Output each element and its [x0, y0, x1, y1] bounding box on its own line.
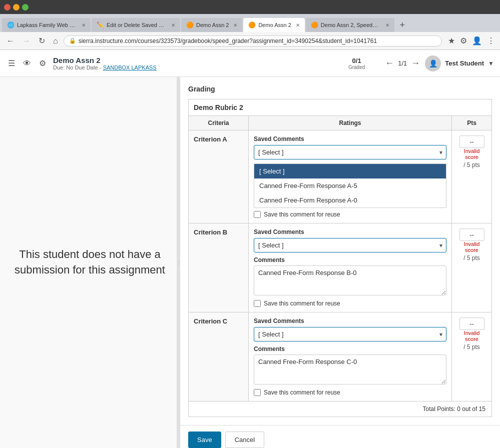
col-ratings: Ratings [249, 116, 452, 130]
invalid-score-A: Invalid score [457, 148, 486, 160]
pts-input-A[interactable] [459, 136, 484, 148]
app-subtitle: Due: No Due Date - SANDBOX LAPKASS [53, 64, 338, 70]
avatar: 👤 [425, 56, 441, 72]
close-window-btn[interactable] [4, 4, 11, 10]
select-dropdown-C[interactable]: [ Select ]Canned Free-Form Response C-5C… [254, 327, 446, 342]
lock-icon: 🔒 [69, 38, 76, 44]
prev-student-btn[interactable]: ← [385, 58, 394, 68]
tab-close-tab3[interactable]: ✕ [233, 22, 237, 28]
tab-close-tab5[interactable]: ✕ [385, 22, 389, 28]
ratings-cell-B: Saved Comments[ Select ]Canned Free-Form… [249, 224, 452, 312]
left-panel: This student does not have a submission … [0, 77, 180, 448]
settings-icon-btn[interactable]: ⚙ [37, 56, 48, 70]
main-layout: This student does not have a submission … [0, 77, 500, 448]
select-wrapper-C: [ Select ]Canned Free-Form Response C-5C… [254, 327, 446, 342]
criterion-row-C: Criterion CSaved Comments[ Select ]Canne… [189, 312, 492, 402]
window-controls [4, 4, 29, 10]
address-text: sierra.instructure.com/courses/323573/gr… [79, 38, 377, 44]
grade-label: Graded [348, 64, 365, 70]
rubric-col-headers: Criteria Ratings Pts [189, 116, 492, 130]
dropdown-item[interactable]: [ Select ] [254, 164, 446, 178]
tab-tab5[interactable]: 🟠Demo Assn 2, SpeedGrade...✕ [306, 18, 394, 32]
menu-icon-btn[interactable]: ☰ [6, 56, 17, 70]
student-name: Test Student [445, 60, 484, 67]
save-reuse-label-B: Save this comment for reuse [264, 300, 340, 307]
pts-total-B: / 5 pts [457, 254, 486, 262]
new-tab-btn[interactable]: + [395, 18, 409, 32]
save-reuse-checkbox-C[interactable] [254, 389, 261, 396]
grading-title: Grading [188, 85, 492, 93]
header-left-icons: ☰ 👁 ⚙ [6, 56, 48, 70]
select-dropdown-A[interactable]: [ Select ]Canned Free-Form Response A-5C… [254, 145, 446, 160]
comments-label-C: Comments [254, 346, 446, 352]
save-reuse-label-A: Save this comment for reuse [264, 211, 340, 218]
maximize-window-btn[interactable] [22, 4, 29, 10]
tab-tab4[interactable]: 🟠Demo Assn 2✕ [243, 18, 304, 32]
dropdown-item[interactable]: Canned Free-Form Response A-5 [254, 178, 446, 193]
menu-btn[interactable]: ⋮ [486, 35, 496, 46]
nav-bar: ← → ↻ ⌂ 🔒 sierra.instructure.com/courses… [0, 32, 500, 50]
extensions-btn[interactable]: ⚙ [459, 35, 468, 46]
dropdown-item[interactable]: Canned Free-Form Response A-0 [254, 193, 446, 208]
select-dropdown-B[interactable]: [ Select ]Canned Free-Form Response B-5C… [254, 238, 446, 252]
right-panel[interactable]: Grading Demo Rubric 2 Criteria Ratings P… [180, 77, 500, 448]
bookmark-btn[interactable]: ★ [447, 35, 456, 46]
criterion-label-B: Criterion B [189, 224, 249, 312]
tab-label-tab2: Edit or Delete Saved Comm... [107, 22, 167, 28]
tab-favicon-tab5: 🟠 [311, 22, 318, 28]
grade-value: 0/1 [352, 57, 361, 64]
header-nav: ← 1/1 → [385, 58, 420, 68]
rubric-footer: Total Points: 0 out of 15 [188, 402, 492, 417]
select-wrapper-B: [ Select ]Canned Free-Form Response B-5C… [254, 238, 446, 252]
cancel-button[interactable]: Cancel [225, 432, 264, 448]
tab-favicon-tab2: ✏️ [97, 22, 104, 28]
grading-section: Grading Demo Rubric 2 Criteria Ratings P… [180, 77, 500, 425]
tab-close-tab2[interactable]: ✕ [171, 22, 175, 28]
save-button[interactable]: Save [188, 432, 221, 448]
pts-cell-A: Invalid score/ 5 pts [452, 130, 492, 224]
saved-comments-label-A: Saved Comments [254, 136, 446, 142]
tab-bar: 🌐Lapkass Family Web Links✕✏️Edit or Dele… [0, 14, 500, 32]
tab-favicon-tab1: 🌐 [7, 22, 15, 28]
select-wrapper-A: [ Select ]Canned Free-Form Response A-5C… [254, 145, 446, 160]
address-bar[interactable]: 🔒 sierra.instructure.com/courses/323573/… [64, 36, 442, 46]
tab-close-tab4[interactable]: ✕ [296, 22, 300, 28]
total-points: Total Points: 0 out of 15 [423, 406, 485, 412]
tab-label-tab3: Demo Assn 2 [196, 22, 229, 28]
tab-favicon-tab4: 🟠 [248, 22, 256, 28]
comments-textarea-B[interactable] [254, 266, 446, 296]
rubric-table: Demo Rubric 2 Criteria Ratings Pts Crite… [188, 99, 492, 402]
minimize-window-btn[interactable] [13, 4, 20, 10]
forward-btn[interactable]: → [20, 36, 33, 46]
resize-handle[interactable]: ⋮ [177, 77, 180, 448]
criterion-label-C: Criterion C [189, 312, 249, 402]
sandbox-link[interactable]: SANDBOX LAPKASS [103, 64, 157, 70]
reload-btn[interactable]: ↻ [36, 35, 48, 46]
student-dropdown-btn[interactable]: ▼ [488, 60, 494, 67]
comments-textarea-C[interactable] [254, 354, 446, 384]
pts-input-C[interactable] [459, 318, 484, 330]
tab-tab3[interactable]: 🟠Demo Assn 2✕ [181, 18, 242, 32]
col-criteria: Criteria [189, 116, 249, 130]
tab-tab2[interactable]: ✏️Edit or Delete Saved Comm...✕ [92, 18, 180, 32]
pts-input-B[interactable] [459, 228, 484, 241]
save-reuse-checkbox-B[interactable] [254, 300, 261, 307]
profile-btn[interactable]: 👤 [471, 35, 483, 46]
eye-icon-btn[interactable]: 👁 [21, 57, 33, 70]
ratings-cell-C: Saved Comments[ Select ]Canned Free-Form… [249, 312, 452, 402]
app-header: ☰ 👁 ⚙ Demo Assn 2 Due: No Due Date - SAN… [0, 50, 500, 77]
save-reuse-checkbox-A[interactable] [254, 211, 261, 218]
next-student-btn[interactable]: → [411, 58, 420, 68]
criterion-label-A: Criterion A [189, 130, 249, 224]
home-btn[interactable]: ⌂ [51, 36, 61, 46]
action-bar: Save Cancel [180, 425, 500, 448]
dropdown-menu-A: [ Select ]Canned Free-Form Response A-5C… [254, 164, 446, 208]
tab-close-tab1[interactable]: ✕ [82, 22, 86, 28]
back-btn[interactable]: ← [4, 36, 17, 46]
tab-tab1[interactable]: 🌐Lapkass Family Web Links✕ [2, 18, 91, 32]
subtitle-pre: Due: No Due Date - [53, 64, 103, 70]
nav-icons: ★ ⚙ 👤 ⋮ [447, 35, 496, 46]
app-header-left: Demo Assn 2 Due: No Due Date - SANDBOX L… [53, 56, 338, 70]
rubric-name: Demo Rubric 2 [189, 100, 492, 116]
criterion-row-A: Criterion ASaved Comments[ Select ]Canne… [189, 130, 492, 224]
